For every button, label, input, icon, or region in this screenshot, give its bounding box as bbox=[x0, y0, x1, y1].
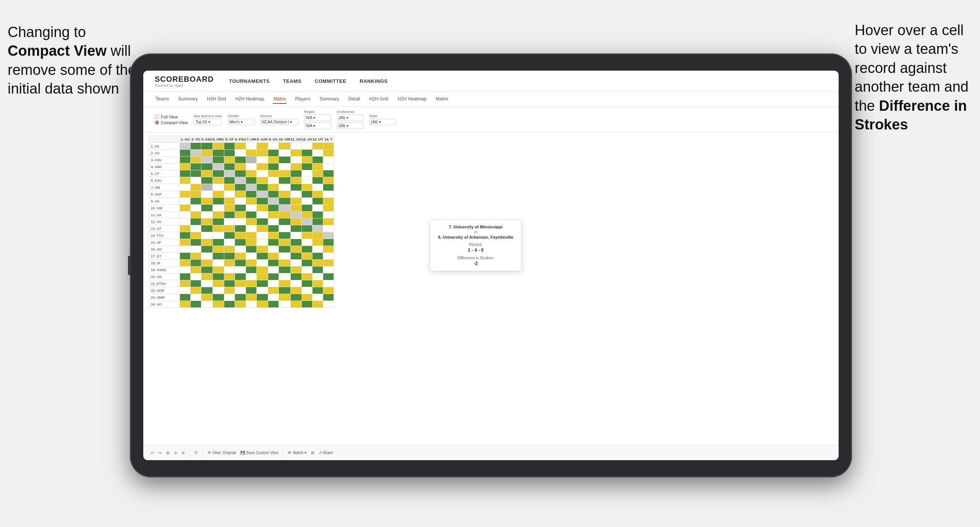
matrix-cell[interactable] bbox=[323, 163, 334, 170]
matrix-cell[interactable] bbox=[191, 212, 201, 218]
matrix-cell[interactable] bbox=[246, 177, 257, 184]
matrix-cell[interactable] bbox=[290, 177, 301, 184]
matrix-cell[interactable] bbox=[224, 218, 235, 225]
matrix-cell[interactable] bbox=[313, 225, 323, 232]
matrix-cell[interactable] bbox=[323, 218, 334, 225]
matrix-cell[interactable] bbox=[191, 232, 201, 239]
matrix-cell[interactable] bbox=[191, 218, 201, 225]
matrix-cell[interactable] bbox=[323, 212, 334, 218]
matrix-cell[interactable] bbox=[257, 191, 268, 198]
matrix-cell[interactable] bbox=[235, 253, 246, 260]
matrix-cell[interactable] bbox=[279, 184, 290, 191]
matrix-cell[interactable] bbox=[257, 157, 268, 163]
matrix-cell[interactable] bbox=[224, 301, 235, 308]
matrix-cell[interactable] bbox=[290, 143, 301, 150]
matrix-cell[interactable] bbox=[180, 239, 191, 246]
matrix-cell[interactable] bbox=[224, 177, 235, 184]
matrix-cell[interactable] bbox=[301, 239, 313, 246]
matrix-cell[interactable] bbox=[301, 280, 313, 287]
matrix-cell[interactable] bbox=[201, 163, 213, 170]
matrix-cell[interactable] bbox=[212, 170, 224, 177]
matrix-cell[interactable] bbox=[212, 198, 224, 205]
matrix-cell[interactable] bbox=[246, 212, 257, 218]
matrix-cell[interactable] bbox=[246, 205, 257, 212]
matrix-cell[interactable] bbox=[257, 198, 268, 205]
matrix-cell[interactable] bbox=[257, 273, 268, 280]
matrix-cell[interactable] bbox=[257, 301, 268, 308]
matrix-cell[interactable] bbox=[257, 218, 268, 225]
matrix-cell[interactable] bbox=[212, 150, 224, 157]
matrix-cell[interactable] bbox=[323, 191, 334, 198]
matrix-cell[interactable] bbox=[212, 191, 224, 198]
matrix-cell[interactable] bbox=[201, 177, 213, 184]
filter-max-teams-select[interactable]: Top 50 ▾ bbox=[194, 119, 222, 125]
matrix-cell[interactable] bbox=[290, 239, 301, 246]
matrix-cell[interactable] bbox=[191, 253, 201, 260]
matrix-cell[interactable] bbox=[191, 184, 201, 191]
matrix-cell[interactable] bbox=[323, 170, 334, 177]
matrix-cell[interactable] bbox=[224, 170, 235, 177]
matrix-cell[interactable] bbox=[180, 225, 191, 232]
matrix-cell[interactable] bbox=[201, 287, 213, 294]
matrix-cell[interactable] bbox=[290, 191, 301, 198]
matrix-cell[interactable] bbox=[201, 157, 213, 163]
matrix-cell[interactable] bbox=[257, 143, 268, 150]
matrix-cell[interactable] bbox=[301, 225, 313, 232]
matrix-cell[interactable] bbox=[323, 205, 334, 212]
matrix-cell[interactable] bbox=[224, 232, 235, 239]
matrix-cell[interactable] bbox=[313, 218, 323, 225]
matrix-cell[interactable] bbox=[212, 273, 224, 280]
subnav-h2hgrid2[interactable]: H2H Grid bbox=[368, 95, 389, 104]
matrix-cell[interactable] bbox=[246, 198, 257, 205]
matrix-cell[interactable] bbox=[323, 246, 334, 253]
matrix-cell[interactable] bbox=[313, 253, 323, 260]
matrix-cell[interactable] bbox=[201, 301, 213, 308]
matrix-cell[interactable] bbox=[301, 191, 313, 198]
matrix-cell[interactable] bbox=[279, 246, 290, 253]
matrix-cell[interactable] bbox=[212, 143, 224, 150]
matrix-cell[interactable] bbox=[301, 198, 313, 205]
matrix-cell[interactable] bbox=[257, 232, 268, 239]
matrix-cell[interactable] bbox=[212, 280, 224, 287]
matrix-cell[interactable] bbox=[279, 294, 290, 301]
filter-region-select1[interactable]: N/A ▾ bbox=[304, 115, 331, 121]
matrix-cell[interactable] bbox=[279, 218, 290, 225]
matrix-cell[interactable] bbox=[246, 301, 257, 308]
matrix-cell[interactable] bbox=[279, 253, 290, 260]
matrix-cell[interactable] bbox=[257, 280, 268, 287]
matrix-cell[interactable] bbox=[191, 177, 201, 184]
matrix-cell[interactable] bbox=[180, 163, 191, 170]
matrix-cell[interactable] bbox=[301, 170, 313, 177]
matrix-cell[interactable] bbox=[246, 163, 257, 170]
matrix-cell[interactable] bbox=[180, 157, 191, 163]
matrix-cell[interactable] bbox=[212, 294, 224, 301]
matrix-cell[interactable] bbox=[323, 239, 334, 246]
matrix-cell[interactable] bbox=[201, 191, 213, 198]
matrix-cell[interactable] bbox=[235, 287, 246, 294]
matrix-cell[interactable] bbox=[290, 246, 301, 253]
matrix-cell[interactable] bbox=[301, 163, 313, 170]
matrix-cell[interactable] bbox=[212, 163, 224, 170]
matrix-cell[interactable] bbox=[279, 287, 290, 294]
matrix-cell[interactable] bbox=[301, 157, 313, 163]
matrix-cell[interactable] bbox=[301, 212, 313, 218]
toolbar-reset-icon[interactable]: ⏱ bbox=[194, 451, 198, 455]
matrix-cell[interactable] bbox=[180, 170, 191, 177]
matrix-cell[interactable] bbox=[201, 225, 213, 232]
matrix-cell[interactable] bbox=[323, 287, 334, 294]
matrix-cell[interactable] bbox=[246, 170, 257, 177]
matrix-cell[interactable] bbox=[257, 260, 268, 267]
matrix-cell[interactable] bbox=[279, 239, 290, 246]
matrix-cell[interactable] bbox=[323, 280, 334, 287]
matrix-cell[interactable] bbox=[268, 260, 279, 267]
nav-tournaments[interactable]: TOURNAMENTS bbox=[229, 76, 269, 86]
matrix-cell[interactable] bbox=[268, 301, 279, 308]
matrix-cell[interactable] bbox=[301, 150, 313, 157]
matrix-cell[interactable] bbox=[279, 191, 290, 198]
matrix-cell[interactable] bbox=[290, 170, 301, 177]
matrix-cell[interactable] bbox=[290, 260, 301, 267]
matrix-cell[interactable] bbox=[279, 177, 290, 184]
matrix-cell[interactable] bbox=[212, 184, 224, 191]
subnav-h2hgrid1[interactable]: H2H Grid bbox=[206, 95, 227, 104]
matrix-cell[interactable] bbox=[279, 267, 290, 273]
